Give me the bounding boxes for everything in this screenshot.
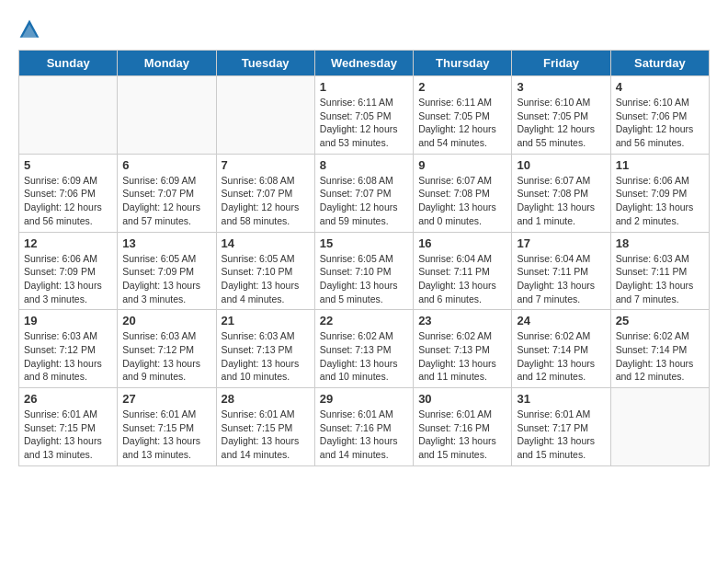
page-header [18,18,710,40]
day-number: 21 [222,314,310,327]
day-number: 6 [122,158,210,172]
day-number: 12 [24,236,112,250]
calendar-cell: 20Sunrise: 6:03 AM Sunset: 7:12 PM Dayli… [118,310,216,388]
day-info: Sunrise: 6:01 AM Sunset: 7:15 PM Dayligh… [222,408,310,462]
day-info: Sunrise: 6:01 AM Sunset: 7:15 PM Dayligh… [24,408,112,462]
day-number: 10 [517,158,605,172]
day-number: 30 [418,392,506,406]
calendar-cell: 18Sunrise: 6:03 AM Sunset: 7:11 PM Dayli… [610,232,709,310]
week-row-5: 26Sunrise: 6:01 AM Sunset: 7:15 PM Dayli… [19,388,710,466]
calendar-cell: 14Sunrise: 6:05 AM Sunset: 7:10 PM Dayli… [216,232,314,310]
calendar-cell: 28Sunrise: 6:01 AM Sunset: 7:15 PM Dayli… [216,388,314,466]
calendar-table: SundayMondayTuesdayWednesdayThursdayFrid… [18,50,710,466]
day-number: 19 [24,314,112,327]
day-info: Sunrise: 6:03 AM Sunset: 7:13 PM Dayligh… [222,329,310,384]
day-header-saturday: Saturday [610,51,709,76]
day-number: 20 [122,314,210,327]
day-number: 15 [320,236,408,250]
day-info: Sunrise: 6:05 AM Sunset: 7:09 PM Dayligh… [122,252,210,306]
day-number: 5 [24,158,112,172]
day-number: 31 [517,392,605,406]
day-number: 7 [222,158,310,172]
calendar-cell: 15Sunrise: 6:05 AM Sunset: 7:10 PM Dayli… [314,232,413,310]
day-number: 18 [616,236,704,250]
day-info: Sunrise: 6:11 AM Sunset: 7:05 PM Dayligh… [320,96,408,150]
calendar-cell: 3Sunrise: 6:10 AM Sunset: 7:05 PM Daylig… [512,76,610,155]
calendar-cell: 19Sunrise: 6:03 AM Sunset: 7:12 PM Dayli… [19,310,118,388]
day-number: 2 [418,80,506,94]
day-header-friday: Friday [512,51,610,76]
logo-icon [18,18,40,40]
day-header-thursday: Thursday [414,51,512,76]
day-number: 14 [222,236,310,250]
day-info: Sunrise: 6:02 AM Sunset: 7:13 PM Dayligh… [418,329,506,384]
day-header-wednesday: Wednesday [314,51,413,76]
day-info: Sunrise: 6:06 AM Sunset: 7:09 PM Dayligh… [616,174,704,228]
day-number: 28 [222,392,310,406]
calendar-cell: 29Sunrise: 6:01 AM Sunset: 7:16 PM Dayli… [314,388,413,466]
day-header-tuesday: Tuesday [216,51,314,76]
day-number: 26 [24,392,112,406]
calendar-cell: 9Sunrise: 6:07 AM Sunset: 7:08 PM Daylig… [414,154,512,232]
day-header-sunday: Sunday [19,51,118,76]
day-info: Sunrise: 6:01 AM Sunset: 7:15 PM Dayligh… [122,408,210,462]
calendar-cell: 7Sunrise: 6:08 AM Sunset: 7:07 PM Daylig… [216,154,314,232]
day-info: Sunrise: 6:10 AM Sunset: 7:06 PM Dayligh… [616,96,704,150]
calendar-cell: 30Sunrise: 6:01 AM Sunset: 7:16 PM Dayli… [414,388,512,466]
day-info: Sunrise: 6:06 AM Sunset: 7:09 PM Dayligh… [24,252,112,306]
days-header-row: SundayMondayTuesdayWednesdayThursdayFrid… [19,51,710,76]
calendar-cell [216,76,314,155]
calendar-cell: 8Sunrise: 6:08 AM Sunset: 7:07 PM Daylig… [314,154,413,232]
day-info: Sunrise: 6:03 AM Sunset: 7:12 PM Dayligh… [24,329,112,384]
day-number: 9 [418,158,506,172]
calendar-cell: 12Sunrise: 6:06 AM Sunset: 7:09 PM Dayli… [19,232,118,310]
day-number: 13 [122,236,210,250]
calendar-cell: 23Sunrise: 6:02 AM Sunset: 7:13 PM Dayli… [414,310,512,388]
calendar-cell: 6Sunrise: 6:09 AM Sunset: 7:07 PM Daylig… [118,154,216,232]
day-number: 3 [517,80,605,94]
day-info: Sunrise: 6:10 AM Sunset: 7:05 PM Dayligh… [517,96,605,150]
calendar-cell: 21Sunrise: 6:03 AM Sunset: 7:13 PM Dayli… [216,310,314,388]
logo [18,18,44,40]
calendar-cell: 27Sunrise: 6:01 AM Sunset: 7:15 PM Dayli… [118,388,216,466]
day-info: Sunrise: 6:04 AM Sunset: 7:11 PM Dayligh… [517,252,605,306]
day-info: Sunrise: 6:03 AM Sunset: 7:12 PM Dayligh… [122,329,210,384]
calendar-cell: 4Sunrise: 6:10 AM Sunset: 7:06 PM Daylig… [610,76,709,155]
calendar-cell: 5Sunrise: 6:09 AM Sunset: 7:06 PM Daylig… [19,154,118,232]
day-info: Sunrise: 6:05 AM Sunset: 7:10 PM Dayligh… [222,252,310,306]
calendar-cell: 11Sunrise: 6:06 AM Sunset: 7:09 PM Dayli… [610,154,709,232]
week-row-4: 19Sunrise: 6:03 AM Sunset: 7:12 PM Dayli… [19,310,710,388]
day-number: 4 [616,80,704,94]
day-info: Sunrise: 6:11 AM Sunset: 7:05 PM Dayligh… [418,96,506,150]
day-header-monday: Monday [118,51,216,76]
day-info: Sunrise: 6:08 AM Sunset: 7:07 PM Dayligh… [320,174,408,228]
day-number: 27 [122,392,210,406]
day-info: Sunrise: 6:07 AM Sunset: 7:08 PM Dayligh… [418,174,506,228]
week-row-1: 1Sunrise: 6:11 AM Sunset: 7:05 PM Daylig… [19,76,710,155]
day-number: 1 [320,80,408,94]
calendar-cell [118,76,216,155]
day-info: Sunrise: 6:09 AM Sunset: 7:07 PM Dayligh… [122,174,210,228]
day-info: Sunrise: 6:09 AM Sunset: 7:06 PM Dayligh… [24,174,112,228]
calendar-cell: 2Sunrise: 6:11 AM Sunset: 7:05 PM Daylig… [414,76,512,155]
calendar-cell [19,76,118,155]
calendar-cell: 24Sunrise: 6:02 AM Sunset: 7:14 PM Dayli… [512,310,610,388]
day-info: Sunrise: 6:07 AM Sunset: 7:08 PM Dayligh… [517,174,605,228]
day-info: Sunrise: 6:08 AM Sunset: 7:07 PM Dayligh… [222,174,310,228]
day-info: Sunrise: 6:02 AM Sunset: 7:13 PM Dayligh… [320,329,408,384]
calendar-cell: 22Sunrise: 6:02 AM Sunset: 7:13 PM Dayli… [314,310,413,388]
calendar-cell: 17Sunrise: 6:04 AM Sunset: 7:11 PM Dayli… [512,232,610,310]
day-number: 11 [616,158,704,172]
day-info: Sunrise: 6:03 AM Sunset: 7:11 PM Dayligh… [616,252,704,306]
day-number: 23 [418,314,506,327]
day-info: Sunrise: 6:02 AM Sunset: 7:14 PM Dayligh… [616,329,704,384]
calendar-cell: 1Sunrise: 6:11 AM Sunset: 7:05 PM Daylig… [314,76,413,155]
calendar-cell: 25Sunrise: 6:02 AM Sunset: 7:14 PM Dayli… [610,310,709,388]
calendar-cell: 13Sunrise: 6:05 AM Sunset: 7:09 PM Dayli… [118,232,216,310]
day-info: Sunrise: 6:02 AM Sunset: 7:14 PM Dayligh… [517,329,605,384]
day-number: 24 [517,314,605,327]
week-row-2: 5Sunrise: 6:09 AM Sunset: 7:06 PM Daylig… [19,154,710,232]
calendar-cell: 10Sunrise: 6:07 AM Sunset: 7:08 PM Dayli… [512,154,610,232]
day-number: 22 [320,314,408,327]
day-info: Sunrise: 6:04 AM Sunset: 7:11 PM Dayligh… [418,252,506,306]
